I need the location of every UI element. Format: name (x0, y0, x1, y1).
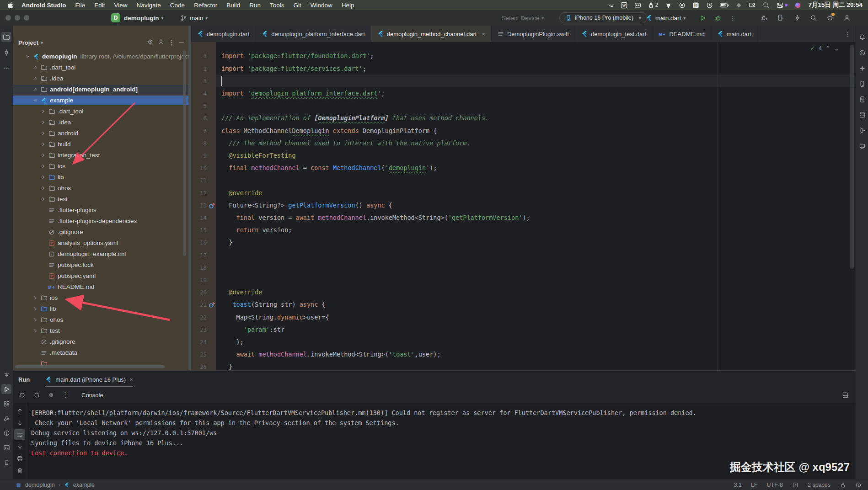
menu-help[interactable]: Help (337, 2, 359, 9)
tree-item-ios[interactable]: ios (13, 293, 188, 303)
trash-tool-icon[interactable] (1, 457, 11, 467)
network-shield-icon[interactable] (736, 2, 742, 8)
chevron-right-icon[interactable] (39, 119, 47, 126)
code-line[interactable]: } (221, 236, 232, 249)
line-ending[interactable]: LF (751, 482, 758, 488)
swift-app-icon[interactable] (607, 2, 614, 9)
tree-item-lib[interactable]: lib (13, 304, 188, 314)
editor-scrollbar[interactable] (850, 45, 854, 269)
code-line[interactable]: @override (221, 187, 262, 199)
chevron-down-icon[interactable] (32, 97, 39, 104)
tab-options-icon[interactable]: ⋮ (845, 26, 855, 42)
hot-restart-icon[interactable] (31, 389, 42, 400)
ai-assistant-icon[interactable] (857, 63, 867, 73)
tree-vertical-scrollbar[interactable] (183, 50, 186, 256)
code-line[interactable]: Future<String?> getPlatformVersion() asy… (221, 199, 392, 212)
inspections-widget[interactable]: ✓ 4 ⌃ ⌃ (810, 45, 839, 52)
menu-edit[interactable]: Edit (90, 2, 109, 9)
code-editor[interactable]: 1import 'package:flutter/foundation.dart… (191, 42, 855, 370)
lightning-icon[interactable] (793, 14, 801, 22)
code-line[interactable]: final methodChannel = const MethodChanne… (221, 162, 437, 174)
structure-icon[interactable] (857, 125, 867, 135)
code-line[interactable]: } (221, 361, 232, 370)
code-line[interactable]: Map<String,dynamic>user={ (221, 311, 329, 324)
time-machine-icon[interactable] (706, 2, 713, 9)
flutter-inspector-tool-icon[interactable] (1, 399, 11, 409)
code-line[interactable]: import 'demoplugin_platform_interface.da… (221, 87, 385, 100)
tree-item-.idea[interactable]: .idea (13, 117, 188, 127)
terminal-tool-icon[interactable] (1, 442, 11, 453)
rerun-icon[interactable] (16, 389, 27, 400)
scroll-to-end-icon[interactable] (14, 441, 25, 452)
file-encoding[interactable]: UTF-8 (767, 482, 783, 488)
code-line[interactable]: }; (221, 336, 244, 348)
tree-item-.metadata[interactable]: .metadata (13, 348, 188, 357)
hide-panel-icon[interactable]: ─ (179, 38, 184, 47)
override-gutter-icon[interactable] (209, 301, 215, 308)
problems-tool-icon[interactable] (1, 428, 11, 438)
indent-size[interactable]: 2 spaces (808, 482, 830, 488)
clear-all-icon[interactable] (14, 465, 25, 476)
chevron-right-icon[interactable] (39, 152, 47, 159)
menu-run[interactable]: Run (245, 2, 265, 9)
settings-gear-icon[interactable] (826, 14, 834, 22)
tree-item-test[interactable]: test (13, 194, 188, 204)
collapse-all-icon[interactable] (158, 38, 164, 47)
w-app-icon[interactable]: W (621, 2, 627, 9)
tree-item-test[interactable]: test (13, 326, 188, 336)
soft-wrap-icon[interactable] (14, 429, 25, 440)
tree-item-.idea[interactable]: .idea (13, 74, 188, 83)
commit-tool-icon[interactable] (1, 48, 11, 58)
editor-tab-README.md[interactable]: MREADME.md (653, 26, 711, 42)
tree-item-integration_test[interactable]: integration_test (13, 150, 188, 160)
tree-item-pubspec.yaml[interactable]: Ypubspec.yaml (13, 271, 188, 281)
menu-navigate[interactable]: Navigate (132, 2, 166, 9)
status-breadcrumb[interactable]: demoplugin › example (16, 482, 95, 488)
device-mirror-icon[interactable] (777, 14, 785, 22)
tree-item-.dart_tool[interactable]: .dart_tool (13, 107, 188, 116)
editor-tab-demoplugin_test.dart[interactable]: demoplugin_test.dart (575, 26, 653, 42)
menu-refactor[interactable]: Refactor (189, 2, 222, 9)
display-icon[interactable] (749, 2, 755, 9)
code-line[interactable]: @visibleForTesting (221, 149, 296, 162)
code-line[interactable]: import 'package:flutter/foundation.dart'… (221, 50, 374, 62)
close-icon[interactable]: × (482, 31, 485, 37)
menu-view[interactable]: View (110, 2, 132, 9)
tree-item-lib[interactable]: lib (13, 172, 188, 182)
run-config-selector[interactable]: main.dart▾ (646, 10, 686, 26)
tree-item-.dart_tool[interactable]: .dart_tool (13, 63, 188, 72)
tree-item-build[interactable]: build (13, 139, 188, 149)
tree-item-ohos[interactable]: ohos (13, 315, 188, 325)
penguin-app-icon[interactable]: 2 (648, 2, 659, 9)
emulator-icon[interactable] (857, 141, 867, 151)
tree-horizontal-scrollbar[interactable] (15, 365, 165, 368)
more-tool-windows-icon[interactable]: ⋯ (1, 63, 11, 73)
more-options-icon[interactable]: ⋮ (60, 389, 71, 400)
editor-tab-main.dart[interactable]: main.dart (711, 26, 758, 42)
tree-item-pubspec.lock[interactable]: pubspec.lock (13, 260, 188, 270)
chevron-right-icon[interactable] (39, 141, 47, 148)
code-line[interactable]: final version = await methodChannel.invo… (221, 212, 530, 224)
project-selector[interactable]: demoplugin▾ (124, 10, 164, 26)
running-devices-icon[interactable] (857, 94, 867, 104)
branch-selector[interactable]: main▾ (180, 10, 208, 26)
debug-button[interactable] (713, 14, 722, 22)
device-manager-icon[interactable] (857, 79, 867, 89)
select-device-dropdown[interactable]: Select Device▾ (502, 10, 544, 26)
tree-item-demoplugin_example.iml[interactable]: demoplugin_example.iml (13, 249, 188, 259)
tree-item-demoplugin[interactable]: demopluginlibrary root, /Volumes/dpan/fl… (13, 52, 188, 61)
lock-icon[interactable] (840, 482, 846, 488)
menu-file[interactable]: File (70, 2, 90, 9)
notifications-icon[interactable] (857, 32, 867, 42)
scroll-up-icon[interactable] (14, 405, 25, 416)
caret-position[interactable]: 3:1 (734, 482, 742, 488)
override-gutter-icon[interactable] (209, 202, 215, 209)
tree-item-README.md[interactable]: MREADME.md (13, 282, 188, 292)
chevron-right-icon[interactable] (32, 75, 39, 82)
code-line[interactable]: class MethodChannelDemoplugin extends De… (221, 125, 437, 137)
run-tab[interactable]: main.dart (iPhone 16 Plus) × (45, 372, 133, 387)
tree-item-.gitignore[interactable]: .gitignore (13, 337, 188, 346)
code-line[interactable]: import 'package:flutter/services.dart'; (221, 63, 366, 75)
panel-options-icon[interactable]: ⋮ (168, 38, 175, 47)
code-line[interactable]: /// An implementation of [DemopluginPlat… (221, 112, 489, 124)
